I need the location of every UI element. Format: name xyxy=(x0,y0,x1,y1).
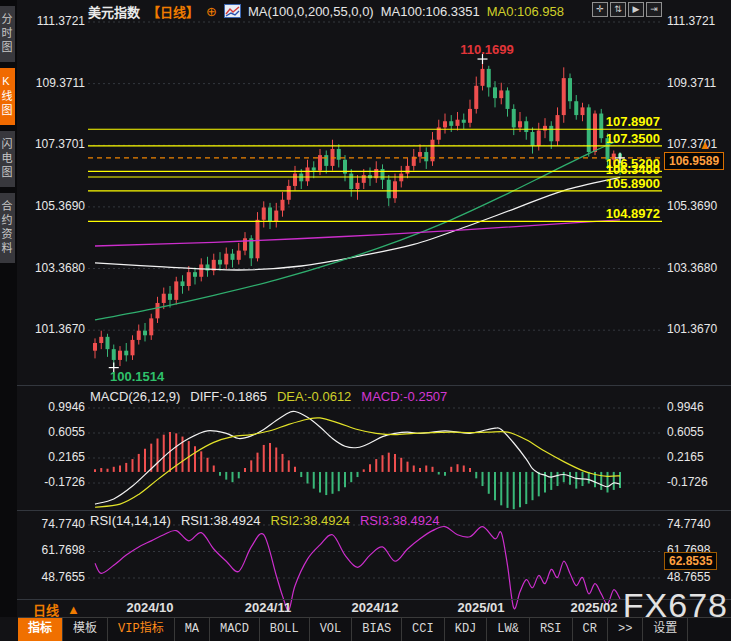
axis-tick-label: 101.3670 xyxy=(32,322,85,336)
symbol-name: 美元指数 xyxy=(88,2,140,21)
macd-macd-value: MACD:-0.2507 xyxy=(361,389,447,404)
axis-tick-label: 61.7698 xyxy=(32,543,85,557)
tab-kdj[interactable]: KDJ xyxy=(445,618,488,641)
axis-tick-label: 0.2165 xyxy=(32,450,85,464)
auto-scroll-icon[interactable]: ▶ xyxy=(628,2,644,17)
axis-tick-label: 0.2165 xyxy=(667,450,704,464)
rsi-header: RSI(14,14,14) RSI1:38.4924 RSI2:38.4924 … xyxy=(90,513,439,528)
axis-tick-label: 103.3680 xyxy=(32,261,85,275)
axis-tick-label: -0.1726 xyxy=(667,475,708,489)
sidebar-item-kline-chart[interactable]: K线图 xyxy=(0,68,15,125)
axis-tick-label: 0.9946 xyxy=(32,400,85,414)
axis-tick-label: 48.7655 xyxy=(32,570,85,584)
axis-tick-label: 0.9946 xyxy=(667,400,704,414)
crosshair-icon[interactable]: ✛ xyxy=(592,2,608,17)
tab-settings[interactable]: 设置 xyxy=(643,618,688,641)
axis-tick-label: 109.3711 xyxy=(32,76,85,90)
axis-tick-label: 101.3670 xyxy=(667,322,717,336)
collapse-panel-icon[interactable]: ⇥ xyxy=(646,2,662,17)
ma0-value: MA0:106.958 xyxy=(487,4,564,19)
macd-diff-value: DIFF:-0.1865 xyxy=(190,389,267,404)
tab-bias[interactable]: BIAS xyxy=(352,618,402,641)
macd-header: MACD(26,12,9) DIFF:-0.1865 DEA:-0.0612 M… xyxy=(90,389,447,404)
macd-title: MACD(26,12,9) xyxy=(90,389,180,404)
tab-cr[interactable]: CR xyxy=(573,618,608,641)
axis-tick-label: 74.7740 xyxy=(32,517,85,531)
tab-boll[interactable]: BOLL xyxy=(260,618,310,641)
indicator-toolbar: 指标 模板 VIP指标 MA MACD BOLL VOL BIAS CCI KD… xyxy=(18,617,731,641)
axis-tick-label: 105.3690 xyxy=(32,199,85,213)
date-label: 2024/10 xyxy=(127,600,174,615)
panel-separator xyxy=(17,385,731,386)
sidebar-item-flash-chart[interactable]: 闪电图 xyxy=(0,131,15,187)
axis-tick-label: 0.6055 xyxy=(32,425,85,439)
tab-more[interactable]: >> xyxy=(608,618,643,641)
circle-plus-icon[interactable]: ⊕ xyxy=(206,5,217,18)
axis-tick-label: 0.6055 xyxy=(667,425,704,439)
axis-tick-label: 111.3721 xyxy=(32,14,85,28)
date-label: 2024/11 xyxy=(245,600,291,615)
rsi-title: RSI(14,14,14) xyxy=(90,513,171,528)
low-price-annotation: 100.1514 xyxy=(110,369,164,384)
rsi2-value: RSI2:38.4924 xyxy=(270,513,350,528)
triangle-up-icon: ▲ xyxy=(67,602,80,617)
macd-dea-value: DEA:-0.0612 xyxy=(277,389,351,404)
axis-tick-label: 74.7740 xyxy=(667,517,710,531)
date-label: 2024/12 xyxy=(352,600,399,615)
date-label: 2025/01 xyxy=(458,600,505,615)
left-sidebar: 分时图 K线图 闪电图 合约资料 xyxy=(0,0,17,617)
ma-settings-label: MA(100,0,200,55,0,0) xyxy=(248,4,374,19)
sidebar-item-contract-info[interactable]: 合约资料 xyxy=(0,193,15,263)
tab-vol[interactable]: VOL xyxy=(310,618,353,641)
axis-tick-label: 107.3701 xyxy=(32,137,85,151)
axis-tick-label: 103.3680 xyxy=(667,261,717,275)
ma100-value: MA100:106.3351 xyxy=(381,4,480,19)
rsi3-value: RSI3:38.4924 xyxy=(360,513,440,528)
tab-macd[interactable]: MACD xyxy=(210,618,260,641)
axis-tick-label: 105.3690 xyxy=(667,199,717,213)
axis-tick-label: 111.3721 xyxy=(667,14,715,28)
rsi-value-badge: 62.8535 xyxy=(664,552,717,570)
high-price-annotation: 110.1699 xyxy=(460,42,514,57)
tab-ma[interactable]: MA xyxy=(175,618,210,641)
tab-template[interactable]: 模板 xyxy=(63,618,108,641)
scroll-to-latest-icon[interactable]: ▲ xyxy=(699,138,711,152)
trading-app-window: 107.8907107.3500106.5200106.3400105.8900… xyxy=(0,0,731,641)
rsi1-value: RSI1:38.4924 xyxy=(181,513,261,528)
tab-cci[interactable]: CCI xyxy=(402,618,445,641)
tab-lwr[interactable]: LW& xyxy=(487,618,530,641)
axis-tick-label: 48.7655 xyxy=(667,570,710,584)
tab-rsi[interactable]: RSI xyxy=(530,618,573,641)
chart-type-icon[interactable] xyxy=(224,4,241,18)
axis-tick-label: -0.1726 xyxy=(32,475,85,489)
tab-indicator[interactable]: 指标 xyxy=(18,618,63,641)
current-price-badge: 106.9589 xyxy=(664,152,724,170)
sidebar-item-time-chart[interactable]: 分时图 xyxy=(0,6,15,62)
axis-tick-label: 109.3711 xyxy=(667,76,716,90)
chart-titlebar: 美元指数【日线】 ⊕ MA(100,0,200,55,0,0) MA100:10… xyxy=(88,3,564,19)
period-tag[interactable]: 【日线】 xyxy=(147,2,199,21)
chart-tool-buttons: ✛ ⇅ ▶ ⇥ xyxy=(592,2,662,17)
tab-vip-indicator[interactable]: VIP指标 xyxy=(108,618,175,641)
date-label: 2025/02 xyxy=(571,600,618,615)
panel-separator xyxy=(17,510,731,511)
date-axis-row: 日线 ▲ 2024/10 2024/11 2024/12 2025/01 202… xyxy=(17,600,731,616)
axis-zoom-in-icon[interactable]: ⇅ xyxy=(610,2,626,17)
